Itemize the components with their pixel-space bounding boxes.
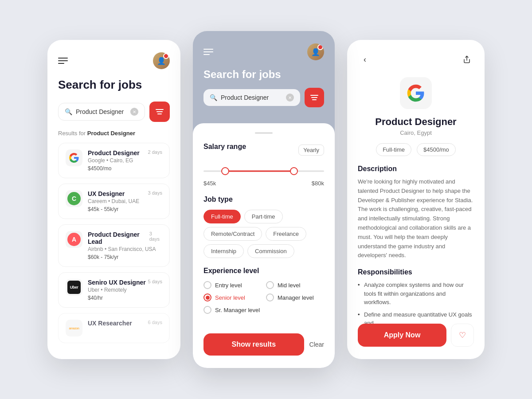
job-days: 2 days (148, 149, 162, 155)
radio-entry[interactable]: Entry level (203, 281, 262, 289)
description-heading: Description (358, 165, 474, 173)
search-icon-2: 🔍 (210, 94, 217, 101)
menu-icon[interactable] (58, 58, 68, 64)
job-title: Seniro UX Designer (88, 279, 146, 286)
job-days: 5 days (148, 279, 162, 284)
clear-button[interactable]: Clear (309, 341, 324, 348)
search-icon: 🔍 (65, 108, 72, 115)
radio-circle-senior (203, 293, 211, 301)
filter-icon (156, 109, 164, 114)
range-thumb-max[interactable] (290, 167, 298, 175)
radio-label-entry: Entry level (215, 282, 242, 289)
favorite-button[interactable]: ♡ (451, 324, 474, 347)
radio-label-manager: Manager level (278, 294, 314, 301)
search-bar-2[interactable]: 🔍 Product Designer ✕ (203, 89, 300, 106)
job-type-title: Job type (203, 196, 324, 203)
job-company: Careem • Dubai, UAE (88, 198, 162, 204)
radio-manager[interactable]: Manager level (266, 293, 324, 301)
job-info-airbnb: Product Designer Lead 3 days Airbnb • Sa… (88, 231, 162, 260)
radio-senior[interactable]: Senior level (203, 293, 262, 301)
job-info-uber: Seniro UX Designer 5 days Uber • Remotel… (88, 279, 162, 301)
range-min-label: $45k (203, 180, 216, 187)
back-button[interactable]: ‹ (358, 52, 372, 66)
job-company: Google • Cairo, EG (88, 157, 162, 164)
tag-internship[interactable]: Internship (203, 244, 244, 258)
apply-now-button[interactable]: Apply Now (358, 324, 446, 347)
job-days: 3 days (148, 190, 162, 196)
search-bar[interactable]: 🔍 Product Designer ✕ (58, 103, 145, 121)
phone2-title: Search for jobs (203, 68, 324, 81)
menu-icon-2[interactable] (203, 49, 213, 55)
radio-label-senior: Senior level (215, 294, 245, 301)
job-title: Product Designer (88, 149, 140, 156)
google-logo (66, 149, 82, 166)
tag-freelance[interactable]: Freelance (266, 227, 306, 241)
radio-mid[interactable]: Mid level (266, 281, 324, 289)
salary-range-slider[interactable] (203, 164, 324, 178)
job-salary: $4500/mo (88, 165, 162, 172)
share-button[interactable] (460, 52, 474, 66)
filter-button[interactable] (149, 102, 170, 122)
job-title: Product Designer Lead (88, 231, 149, 245)
phone2-background: 👤 Search for jobs 🔍 Product Designer ✕ (193, 31, 335, 116)
job-card-google[interactable]: Product Designer 2 days Google • Cairo, … (58, 143, 170, 178)
job-info-google: Product Designer 2 days Google • Cairo, … (88, 149, 162, 172)
tag-remote[interactable]: Remote/Contract (203, 227, 262, 241)
responsibilities-list: Analyze complex systems and how our tool… (358, 281, 474, 324)
responsibilities-heading: Responsibilities (358, 268, 474, 276)
filter-modal: Salary range Yearly $45k $80k Job type F… (193, 123, 335, 368)
radio-circle-manager (266, 293, 274, 301)
heart-icon: ♡ (459, 330, 466, 340)
salary-period[interactable]: Yearly (298, 145, 324, 156)
job-type-badge: Full-time (376, 143, 411, 156)
range-fill (225, 171, 294, 172)
job-card-careem[interactable]: C UX Designer 3 days Careem • Dubai, UAE… (58, 184, 170, 219)
radio-label-mid: Mid level (278, 282, 300, 289)
tag-parttime[interactable]: Part-time (244, 210, 283, 223)
job-days: 3 days (149, 231, 162, 242)
experience-options: Entry level Mid level Senior level Manag… (203, 281, 324, 314)
job-list: Product Designer 2 days Google • Cairo, … (58, 143, 170, 343)
clear-icon-2[interactable]: ✕ (286, 94, 294, 102)
job-info-amazon: UX Researcher 6 days (88, 320, 162, 327)
experience-section: Experience level Entry level Mid level S… (203, 267, 324, 314)
avatar-2[interactable]: 👤 (307, 43, 324, 60)
search-input[interactable]: Product Designer (76, 108, 127, 115)
show-results-button[interactable]: Show results (203, 333, 304, 356)
detail-job-title: Product Designer (358, 116, 474, 128)
results-label: Results for Product Designer (58, 130, 170, 137)
job-type-tags: Full-time Part-time Remote/Contract Free… (203, 210, 324, 258)
search-input-2[interactable]: Product Designer (221, 94, 282, 101)
phone3-detail: ‹ Product Designer Cairo, Egypt Full-tim… (347, 40, 485, 359)
modal-actions: Show results Clear (203, 333, 324, 356)
uber-logo: Uber (66, 279, 82, 296)
job-salary: $45k - 55k/yr (88, 206, 162, 212)
radio-sr-manager[interactable]: Sr. Manager level (203, 306, 262, 314)
phone2-filter: 👤 Search for jobs 🔍 Product Designer ✕ (193, 31, 335, 368)
job-type-section: Job type Full-time Part-time Remote/Cont… (203, 196, 324, 258)
tag-fulltime[interactable]: Full-time (203, 210, 241, 223)
page-title: Search for jobs (58, 78, 170, 92)
range-max-label: $80k (312, 180, 324, 187)
job-card-airbnb[interactable]: A Product Designer Lead 3 days Airbnb • … (58, 224, 170, 267)
phone1-header: 👤 (58, 52, 170, 69)
job-info-careem: UX Designer 3 days Careem • Dubai, UAE $… (88, 190, 162, 212)
job-days: 6 days (148, 320, 162, 325)
filter-button-2[interactable] (305, 88, 324, 107)
drag-handle (255, 132, 273, 134)
job-company: Airbnb • San Francisco, USA (88, 246, 162, 252)
tag-commission[interactable]: Commission (247, 244, 294, 258)
job-title: UX Researcher (88, 320, 132, 327)
avatar[interactable]: 👤 (153, 52, 170, 69)
job-card-amazon[interactable]: amazon UX Researcher 6 days (58, 313, 170, 343)
radio-circle-entry (203, 281, 211, 289)
amazon-logo: amazon (66, 320, 82, 336)
detail-meta: Full-time $4500/mo (358, 143, 474, 156)
job-card-uber[interactable]: Uber Seniro UX Designer 5 days Uber • Re… (58, 272, 170, 308)
clear-icon[interactable]: ✕ (130, 108, 138, 116)
company-logo-large (400, 77, 432, 109)
job-title: UX Designer (88, 190, 125, 197)
range-thumb-min[interactable] (221, 167, 229, 175)
bottom-actions: Apply Now ♡ (358, 324, 474, 347)
salary-badge: $4500/mo (417, 143, 456, 156)
